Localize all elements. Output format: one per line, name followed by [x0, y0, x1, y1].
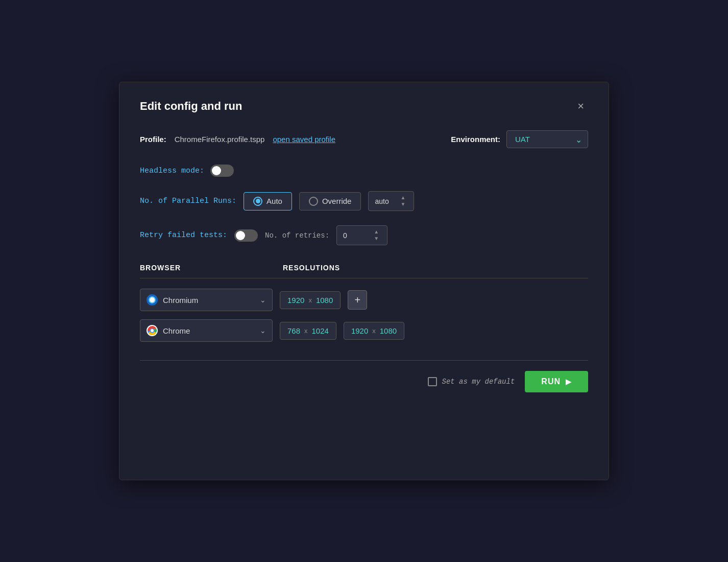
retry-label: Retry failed tests:: [140, 231, 227, 240]
parallel-runs-value: auto: [375, 197, 389, 205]
headless-label: Headless mode:: [140, 167, 204, 175]
profile-value: ChromeFirefox.profile.tspp: [175, 135, 265, 144]
parallel-runs-up-arrow[interactable]: ▲: [399, 195, 408, 201]
auto-radio-circle: [253, 197, 262, 206]
chrome-browser-name: Chrome: [147, 325, 190, 336]
close-button[interactable]: ×: [573, 99, 588, 114]
chrome-label: Chrome: [163, 326, 190, 335]
parallel-runs-arrows: ▲ ▼: [399, 195, 408, 207]
table-row: Chrome ⌄ 768 x 1024 1920 x 1080: [140, 319, 588, 342]
profile-label: Profile:: [140, 135, 166, 144]
chrome-res2-x: x: [372, 327, 376, 335]
browser-rows: Chromium ⌄ 1920 x 1080 +: [140, 289, 588, 342]
environment-dropdown[interactable]: UAT QA PROD DEV: [506, 130, 588, 148]
chromium-resolution-1: 1920 x 1080: [280, 291, 341, 309]
run-button[interactable]: RUN ▶: [525, 371, 588, 392]
browser-column-header: BROWSER: [140, 264, 283, 272]
retries-down-arrow[interactable]: ▼: [372, 236, 381, 242]
chrome-resolution-2: 1920 x 1080: [344, 322, 404, 340]
edit-config-dialog: Edit config and run × Profile: ChromeFir…: [119, 82, 609, 480]
retries-count-value: 0: [343, 231, 347, 240]
environment-section: Environment: UAT QA PROD DEV: [451, 130, 588, 148]
environment-label: Environment:: [451, 135, 500, 144]
override-radio-button[interactable]: Override: [299, 192, 361, 210]
retries-arrows: ▲ ▼: [372, 229, 381, 242]
svg-point-3: [151, 329, 154, 332]
override-radio-circle: [309, 197, 318, 206]
dialog-header: Edit config and run ×: [140, 99, 588, 114]
chrome-res1-x: x: [304, 327, 308, 335]
chrome-browser-dropdown[interactable]: Chrome ⌄: [140, 319, 273, 342]
run-label: RUN: [541, 377, 561, 386]
auto-radio-button[interactable]: Auto: [244, 192, 292, 210]
headless-toggle-slider: [210, 165, 234, 177]
chrome-chevron-icon: ⌄: [260, 326, 266, 335]
set-as-default-label: Set as my default: [442, 378, 515, 386]
chromium-icon: [147, 294, 158, 306]
retry-row: Retry failed tests: No. of retries: 0 ▲ …: [140, 225, 588, 245]
override-label: Override: [322, 197, 352, 205]
chromium-browser-dropdown[interactable]: Chromium ⌄: [140, 289, 273, 311]
auto-label: Auto: [266, 197, 282, 205]
chrome-icon: [147, 325, 158, 336]
dialog-footer: Set as my default RUN ▶: [140, 360, 588, 392]
chromium-chevron-icon: ⌄: [260, 296, 266, 304]
chromium-label: Chromium: [163, 296, 198, 305]
parallel-runs-down-arrow[interactable]: ▼: [399, 201, 408, 207]
run-play-icon: ▶: [566, 378, 572, 386]
chrome-res2-height: 1080: [380, 326, 397, 335]
parallel-runs-row: No. of Parallel Runs: Auto Override auto…: [140, 191, 588, 211]
environment-dropdown-wrapper: UAT QA PROD DEV: [506, 130, 588, 148]
headless-toggle[interactable]: [210, 165, 234, 177]
chromium-res1-width: 1920: [287, 296, 304, 305]
parallel-runs-label: No. of Parallel Runs:: [140, 197, 236, 205]
chrome-res2-width: 1920: [351, 326, 368, 335]
chrome-res1-height: 1024: [312, 326, 329, 335]
chrome-resolution-1: 768 x 1024: [280, 322, 336, 340]
retries-up-arrow[interactable]: ▲: [372, 229, 381, 235]
profile-row: Profile: ChromeFirefox.profile.tspp open…: [140, 130, 588, 148]
table-row: Chromium ⌄ 1920 x 1080 +: [140, 289, 588, 311]
set-as-default-checkbox[interactable]: [428, 377, 437, 386]
open-saved-profile-link[interactable]: open saved profile: [273, 135, 335, 144]
retry-toggle[interactable]: [234, 229, 258, 242]
chromium-res1-height: 1080: [316, 296, 333, 305]
chromium-add-resolution-button[interactable]: +: [348, 290, 367, 310]
set-as-default-section: Set as my default: [428, 377, 515, 386]
retries-count-label: No. of retries:: [265, 231, 329, 240]
headless-mode-row: Headless mode:: [140, 165, 588, 177]
parallel-runs-spinner: auto ▲ ▼: [368, 191, 414, 211]
chromium-browser-name: Chromium: [147, 294, 198, 306]
retry-toggle-slider: [234, 229, 258, 242]
retries-count-spinner: 0 ▲ ▼: [336, 225, 387, 245]
dialog-title: Edit config and run: [140, 100, 242, 113]
chrome-res1-width: 768: [287, 326, 300, 335]
browser-resolutions-header: BROWSER RESOLUTIONS: [140, 264, 588, 278]
chromium-res1-x: x: [308, 296, 312, 304]
resolutions-column-header: RESOLUTIONS: [283, 264, 340, 272]
